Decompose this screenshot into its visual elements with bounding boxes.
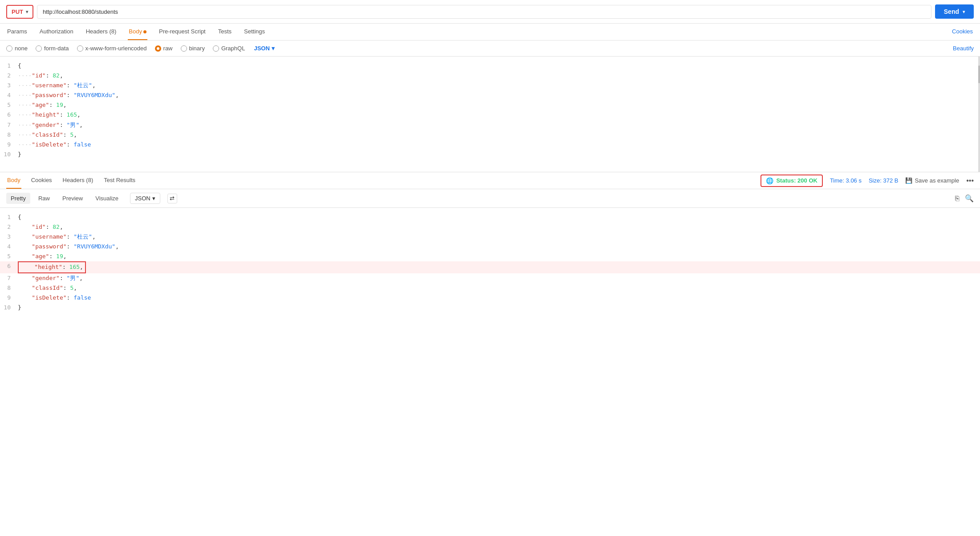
request-line-2: 2 ····"id": 82, (0, 71, 980, 81)
response-tab-body[interactable]: Body (6, 172, 21, 189)
response-tabs: Body Cookies Headers (8) Test Results 🌐 … (0, 172, 980, 189)
request-tabs: Params Authorization Headers (8) Body Pr… (0, 24, 980, 41)
format-tab-visualize[interactable]: Visualize (91, 193, 123, 204)
url-bar: PUT ▾ Send ▾ (0, 0, 980, 24)
response-json-chevron-icon: ▾ (152, 195, 155, 202)
response-tab-headers[interactable]: Headers (8) (62, 172, 94, 189)
search-button[interactable]: 🔍 (965, 194, 974, 203)
response-line-2: 2 "id": 82, (0, 222, 980, 232)
save-example-label: Save as example (915, 177, 959, 184)
tab-settings[interactable]: Settings (243, 24, 266, 40)
request-line-7: 7 ····"gender": "男", (0, 120, 980, 130)
scrollbar[interactable] (978, 57, 980, 172)
format-tab-raw[interactable]: Raw (34, 193, 54, 204)
radio-urlencoded[interactable] (77, 45, 83, 52)
response-actions: ⎘ 🔍 (955, 194, 974, 203)
request-line-5: 5 ····"age": 19, (0, 100, 980, 110)
time-text: Time: 3.06 s (830, 177, 862, 184)
request-line-10: 10 } (0, 150, 980, 159)
radio-none[interactable] (6, 45, 12, 52)
request-line-9: 9 ····"isDelete": false (0, 140, 980, 150)
radio-raw[interactable] (155, 45, 161, 52)
tab-body[interactable]: Body (128, 24, 147, 40)
tab-params[interactable]: Params (6, 24, 28, 40)
url-input[interactable] (37, 5, 931, 19)
body-dot (143, 30, 146, 33)
send-label: Send (944, 8, 959, 15)
option-raw-label: raw (163, 45, 173, 52)
tab-pre-request-script[interactable]: Pre-request Script (158, 24, 207, 40)
tab-authorization[interactable]: Authorization (39, 24, 74, 40)
request-line-8: 8 ····"classId": 5, (0, 130, 980, 140)
tab-tests[interactable]: Tests (217, 24, 232, 40)
more-options-button[interactable]: ••• (966, 177, 974, 185)
response-line-5: 5 "age": 19, (0, 252, 980, 261)
format-tab-preview[interactable]: Preview (58, 193, 87, 204)
option-binary-label: binary (189, 45, 205, 52)
response-line-3: 3 "username": "杜云", (0, 232, 980, 242)
format-tab-pretty[interactable]: Pretty (6, 193, 30, 204)
method-chevron-icon: ▾ (26, 9, 28, 14)
option-none[interactable]: none (6, 45, 28, 52)
option-graphql[interactable]: GraphQL (213, 45, 245, 52)
tab-headers[interactable]: Headers (8) (85, 24, 118, 40)
send-button[interactable]: Send ▾ (935, 4, 974, 19)
response-line-1: 1 { (0, 212, 980, 222)
request-line-4: 4 ····"password": "RVUY6MDXdu", (0, 90, 980, 100)
response-tab-test-results[interactable]: Test Results (103, 172, 136, 189)
response-format-row: Pretty Raw Preview Visualize JSON ▾ ⇄ ⎘ … (0, 189, 980, 208)
radio-form-data[interactable] (36, 45, 42, 52)
response-line-9: 9 "isDelete": false (0, 293, 980, 303)
json-type-label: JSON (254, 45, 269, 52)
response-json-label: JSON (135, 195, 150, 202)
response-line-8: 8 "classId": 5, (0, 283, 980, 293)
response-body-editor[interactable]: 1 { 2 "id": 82, 3 "username": "杜云", 4 "p… (0, 208, 980, 333)
option-urlencoded[interactable]: x-www-form-urlencoded (77, 45, 147, 52)
status-text: Status: 200 OK (776, 177, 817, 184)
response-status-area: 🌐 Status: 200 OK Time: 3.06 s Size: 372 … (760, 175, 974, 187)
response-line-6: 6 "height": 165, (0, 261, 980, 273)
response-line-7: 7 "gender": "男", (0, 273, 980, 283)
option-binary[interactable]: binary (181, 45, 205, 52)
globe-icon: 🌐 (766, 177, 773, 184)
radio-binary[interactable] (181, 45, 187, 52)
response-line-10: 10 } (0, 303, 980, 313)
json-type-chevron-icon: ▾ (272, 45, 275, 52)
wrap-toggle-button[interactable]: ⇄ (167, 194, 177, 203)
json-type-selector[interactable]: JSON ▾ (254, 45, 274, 52)
response-json-selector[interactable]: JSON ▾ (130, 193, 160, 204)
option-urlencoded-label: x-www-form-urlencoded (85, 45, 147, 52)
option-form-data-label: form-data (44, 45, 69, 52)
option-graphql-label: GraphQL (221, 45, 245, 52)
option-none-label: none (15, 45, 28, 52)
radio-graphql[interactable] (213, 45, 219, 52)
save-as-example-button[interactable]: 💾 Save as example (905, 177, 959, 184)
request-line-6: 6 ····"height": 165, (0, 110, 980, 120)
request-line-3: 3 ····"username": "杜云", (0, 81, 980, 90)
copy-button[interactable]: ⎘ (955, 195, 960, 203)
cookies-link[interactable]: Cookies (951, 24, 974, 40)
status-badge: 🌐 Status: 200 OK (760, 175, 822, 187)
send-chevron-icon: ▾ (963, 9, 965, 14)
option-form-data[interactable]: form-data (36, 45, 69, 52)
body-options-row: none form-data x-www-form-urlencoded raw… (0, 41, 980, 57)
option-raw[interactable]: raw (155, 45, 173, 52)
method-label: PUT (12, 8, 23, 15)
response-line-4: 4 "password": "RVUY6MDXdu", (0, 242, 980, 252)
request-body-editor[interactable]: 1 { 2 ····"id": 82, 3 ····"username": "杜… (0, 57, 980, 172)
response-tab-cookies[interactable]: Cookies (30, 172, 53, 189)
request-line-1: 1 { (0, 61, 980, 71)
save-icon: 💾 (905, 177, 912, 184)
beautify-button[interactable]: Beautify (953, 45, 974, 52)
size-text: Size: 372 B (869, 177, 899, 184)
method-button[interactable]: PUT ▾ (6, 5, 33, 19)
